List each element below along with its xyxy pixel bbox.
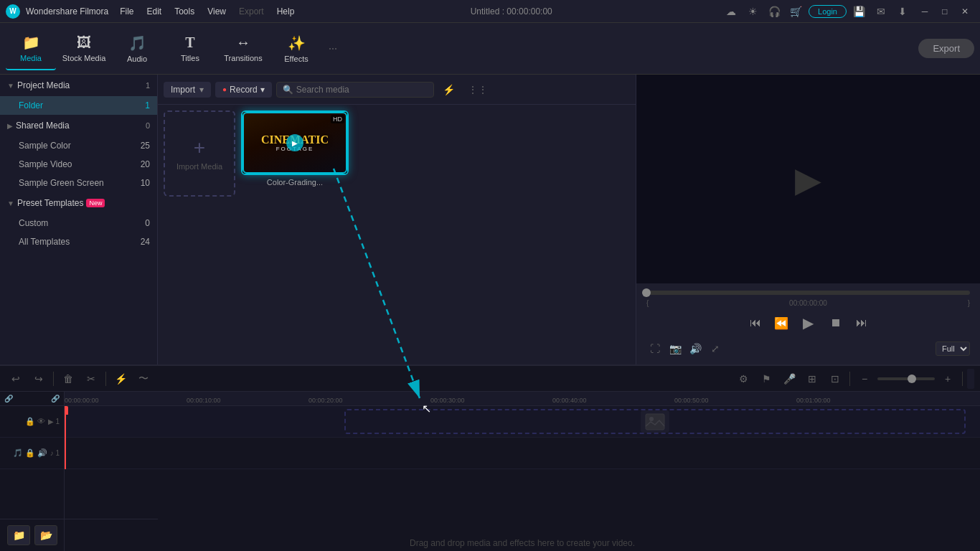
thumb-play-icon: ▶	[286, 134, 303, 151]
media-icon: 📁	[22, 34, 40, 51]
thumb-label: Color-Grading...	[241, 178, 349, 187]
sidebar-all-templates-label: All Templates	[19, 237, 70, 247]
grid-view-button[interactable]: ⋮⋮	[463, 83, 492, 97]
image-placeholder-svg	[645, 413, 665, 430]
export-button[interactable]: Export	[918, 39, 974, 58]
speaker-icon[interactable]: 🔊	[37, 448, 47, 458]
tool-stock-media[interactable]: 🖼 Stock Media	[59, 27, 109, 70]
sidebar-item-folder[interactable]: Folder 1	[0, 96, 157, 115]
sun-icon[interactable]: ☀	[744, 3, 761, 20]
menu-edit[interactable]: Edit	[141, 5, 168, 18]
import-button[interactable]: Import ▾	[164, 82, 211, 98]
timeline-ruler: 00:00:00:00 00:00:10:00 00:00:20:00 00:0…	[65, 392, 980, 406]
filter-button[interactable]: ⚡	[438, 83, 459, 97]
toolbar-separator-1	[53, 372, 54, 386]
search-input[interactable]	[296, 85, 428, 95]
tool-effects-label: Effects	[284, 55, 308, 63]
tool-audio[interactable]: 🎵 Audio	[112, 27, 162, 70]
marker-button[interactable]: ⚑	[756, 369, 776, 389]
sidebar-project-label: Project Media	[17, 80, 70, 90]
play-button[interactable]: ▶	[797, 311, 820, 334]
ruler-mark-5: 00:00:50:00	[674, 397, 709, 405]
cut-button[interactable]: ✂	[81, 369, 101, 389]
transform-button[interactable]: ⊡	[825, 369, 845, 389]
music-icon[interactable]: 🎵	[13, 448, 23, 458]
fit-screen-button[interactable]: ⛶	[646, 340, 664, 357]
preview-placeholder-icon: ▶	[795, 159, 821, 199]
tool-titles[interactable]: T Titles	[165, 27, 215, 70]
download-icon[interactable]: ⬇	[894, 3, 911, 20]
timeline-collapse-button[interactable]	[967, 369, 974, 389]
tool-effects[interactable]: ✨ Effects	[271, 27, 321, 70]
eye-icon[interactable]: 👁	[37, 417, 45, 426]
redo-button[interactable]: ↪	[29, 369, 49, 389]
import-chevron-icon: ▾	[199, 85, 204, 95]
settings-icon[interactable]: ⚙	[733, 369, 753, 389]
volume-button[interactable]: 🔊	[687, 340, 704, 357]
zoom-out-button[interactable]: −	[854, 369, 875, 389]
sidebar-header-shared[interactable]: ▶ Shared Media 0	[0, 115, 157, 136]
sidebar-header-project[interactable]: ▼ Project Media 1	[0, 75, 157, 96]
minimize-button[interactable]: ─	[915, 4, 934, 19]
link-button[interactable]: 🔗	[51, 395, 60, 402]
sidebar-item-sample-green[interactable]: Sample Green Screen 10	[0, 174, 157, 192]
sidebar-shared-count: 0	[146, 121, 150, 130]
progress-handle[interactable]	[642, 288, 651, 297]
split-button[interactable]: ⚡	[110, 369, 131, 389]
save-icon[interactable]: 💾	[851, 3, 868, 20]
tool-audio-label: Audio	[127, 55, 147, 63]
delete-button[interactable]: 🗑	[58, 369, 78, 389]
skip-to-end-button[interactable]: ⏭	[852, 313, 872, 333]
sidebar-item-all-templates[interactable]: All Templates 24	[0, 232, 157, 251]
app-logo: W	[6, 4, 20, 19]
menu-tools[interactable]: Tools	[169, 5, 200, 18]
video-track-drop-zone[interactable]	[344, 409, 966, 434]
sidebar-item-sample-video[interactable]: Sample Video 20	[0, 155, 157, 174]
quality-select[interactable]: Full	[936, 342, 970, 356]
timeline-right-tools: ⚙ ⚑ 🎤 ⊞ ⊡ − +	[733, 369, 974, 389]
fullscreen-button[interactable]: ⤢	[707, 340, 724, 357]
record-button[interactable]: ● Record ▾	[215, 82, 272, 98]
close-button[interactable]: ✕	[956, 4, 974, 19]
step-back-button[interactable]: ⏪	[771, 313, 791, 333]
zoom-slider[interactable]	[877, 377, 935, 380]
menu-export[interactable]: Export	[233, 5, 270, 18]
audio-wave-button[interactable]: 〜	[133, 369, 154, 389]
progress-bar-container[interactable]	[641, 288, 976, 298]
import-media-area[interactable]: + Import Media	[164, 110, 235, 197]
layers-button[interactable]: ⊞	[802, 369, 822, 389]
tool-media[interactable]: 📁 Media	[6, 27, 56, 70]
toolbar-more-icon[interactable]: ⋯	[324, 27, 341, 70]
chevron-down-icon: ▼	[7, 82, 14, 90]
menu-file[interactable]: File	[114, 5, 139, 18]
mail-icon[interactable]: ✉	[872, 3, 890, 20]
time-start: {	[646, 299, 649, 307]
lock-icon[interactable]: 🔒	[25, 417, 35, 426]
progress-bar[interactable]	[646, 291, 970, 295]
stop-button[interactable]: ⏹	[826, 313, 846, 333]
cart-icon[interactable]: 🛒	[787, 3, 804, 20]
login-button[interactable]: Login	[809, 5, 847, 18]
cloud-icon[interactable]: ☁	[722, 3, 740, 20]
sidebar-item-sample-color[interactable]: Sample Color 25	[0, 136, 157, 155]
audio-lock-icon[interactable]: 🔒	[25, 448, 35, 458]
undo-button[interactable]: ↩	[6, 369, 26, 389]
tool-transitions[interactable]: ↔ Transitions	[218, 27, 268, 70]
search-box[interactable]: 🔍	[276, 82, 434, 98]
mic-button[interactable]: 🎤	[779, 369, 799, 389]
sidebar-header-preset[interactable]: ▼ Preset Templates New	[0, 192, 157, 214]
snap-button[interactable]: 🔗	[4, 395, 13, 402]
screenshot-button[interactable]: 📷	[666, 340, 684, 357]
drop-text-label: Drag and drop media and effects here to …	[410, 538, 635, 548]
headset-icon[interactable]: 🎧	[765, 3, 783, 20]
media-thumbnail-item[interactable]: CINEMATIC FOOTAGE HD ▶ Color-Grading...	[241, 110, 349, 187]
zoom-in-button[interactable]: +	[938, 369, 958, 389]
skip-to-start-button[interactable]: ⏮	[745, 313, 765, 333]
maximize-button[interactable]: □	[936, 4, 954, 19]
menu-view[interactable]: View	[202, 5, 232, 18]
sidebar-preset-label: Preset Templates	[17, 198, 84, 208]
toolbar-separator-3	[849, 372, 850, 386]
sidebar-item-custom[interactable]: Custom 0	[0, 214, 157, 232]
menu-help[interactable]: Help	[271, 5, 301, 18]
playhead[interactable]	[65, 406, 66, 469]
